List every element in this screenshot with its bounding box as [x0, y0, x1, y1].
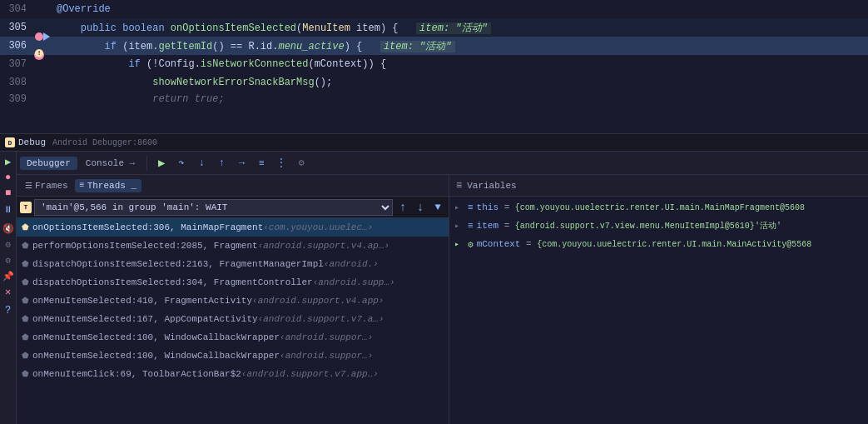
more-button[interactable]: ⋮: [272, 154, 290, 172]
mute-icon[interactable]: 🔇: [2, 222, 15, 235]
stack-frame-2[interactable]: ⬟ dispatchOptionsItemSelected:2163, Frag…: [17, 255, 449, 273]
code-line-306: 306 ✗ ! if (item.getItemId() == R.id.men…: [0, 37, 868, 55]
stack-frame-3[interactable]: ⬟ dispatchOptionsItemSelected:304, Fragm…: [17, 273, 449, 292]
var-expand-mcontext[interactable]: ▸: [454, 239, 466, 249]
variables-list: ▸ ≡ this = {com.youyou.uuelectric.renter…: [449, 197, 868, 424]
var-item-item[interactable]: ▸ ≡ item = {android.support.v7.view.menu…: [449, 217, 868, 235]
thread-dropdown[interactable]: 'main'@5,566 in group 'main': WAIT: [34, 199, 393, 216]
debugger-tab[interactable]: Debugger: [20, 157, 77, 170]
frame-icon-0: ⬟: [22, 222, 29, 232]
threads-tab-label: Threads _: [87, 181, 136, 191]
pause-icon[interactable]: ⏸: [2, 202, 15, 216]
line-content-304: @Override: [50, 3, 868, 15]
thread-filter-btn[interactable]: ▼: [430, 200, 445, 215]
debug-panel: ▶ ● ■ ⏸ 🔇 ⚙ ⚙ 📌 ✕ ? Debugger Console → ▶…: [0, 152, 868, 424]
pin-icon[interactable]: 📌: [2, 269, 15, 282]
frame-icon-6: ⬟: [22, 332, 29, 342]
settings-icon[interactable]: ⚙: [2, 237, 15, 251]
toolbar-sep-1: [146, 156, 147, 171]
code-line-308: 308 showNetworkErrorSnackBarMsg();: [0, 73, 868, 92]
close-icon[interactable]: ✕: [2, 285, 15, 298]
run-to-cursor-button[interactable]: →: [232, 154, 250, 172]
var-expand-item[interactable]: ▸: [454, 221, 466, 231]
frame-method-3: dispatchOptionsItemSelected:304, Fragmen…: [32, 277, 313, 287]
play-icon[interactable]: ▶: [2, 155, 15, 168]
var-equals-mcontext: =: [526, 239, 537, 249]
thread-nav-up[interactable]: ↑: [395, 200, 410, 215]
frames-tab[interactable]: ☰ Frames: [20, 179, 73, 192]
frame-icon-5: ⬟: [22, 314, 29, 324]
stack-frame-4[interactable]: ⬟ onMenuItemSelected:410, FragmentActivi…: [17, 292, 449, 310]
stack-frame-1[interactable]: ⬟ performOptionsItemSelected:2085, Fragm…: [17, 237, 449, 255]
code-line-304: 304 @Override: [0, 0, 868, 18]
frame-icon-8: ⬟: [22, 369, 29, 379]
breakpoint-305: [35, 32, 43, 41]
debug-main-content: Debugger Console → ▶ ↷ ↓ ↑ → ≡ ⋮ ⚙: [17, 152, 868, 424]
threads-tab-icon: ≡: [80, 181, 85, 190]
stack-frame-5[interactable]: ⬟ onMenuItemSelected:167, AppCompatActiv…: [17, 310, 449, 328]
stack-frame-8[interactable]: ⬟ onMenuItemClick:69, ToolbarActionBar$2…: [17, 365, 449, 383]
gear2-icon[interactable]: ⚙: [2, 253, 15, 267]
frame-location-8: ‹android.support.v7.app…›: [241, 369, 379, 379]
variables-title: Variables: [467, 181, 516, 191]
evaluate-button[interactable]: ≡: [252, 154, 270, 172]
frame-icon-2: ⬟: [22, 259, 29, 269]
code-line-305: 305 public boolean onOptionsItemSelected…: [0, 18, 868, 37]
line-content-307: if (!Config.isNetworkConnected(mContext)…: [50, 58, 868, 70]
help-icon[interactable]: ?: [2, 304, 15, 317]
frame-location-6: ‹android.suppor…›: [280, 332, 373, 342]
var-name-item: item: [477, 221, 498, 231]
line-content-309: return true;: [50, 93, 868, 105]
frame-location-5: ‹android.support.v7.a…›: [258, 314, 384, 324]
stack-frame-7[interactable]: ⬟ onMenuItemSelected:100, WindowCallback…: [17, 347, 449, 365]
arrow-305: [43, 32, 50, 41]
threads-tab[interactable]: ≡ Threads _: [75, 179, 141, 192]
variables-header: ≡ Variables: [449, 175, 868, 197]
side-icon-bar: ▶ ● ■ ⏸ 🔇 ⚙ ⚙ 📌 ✕ ?: [0, 152, 17, 424]
var-icon-item: ≡: [468, 221, 474, 231]
warning-icon-306: !: [35, 49, 43, 57]
step-into-button[interactable]: ↓: [192, 154, 211, 172]
frame-method-5: onMenuItemSelected:167, AppCompatActivit…: [32, 314, 258, 324]
frame-method-1: performOptionsItemSelected:2085, Fragmen…: [32, 241, 258, 251]
line-number-305: 305: [0, 22, 33, 33]
frame-icon-4: ⬟: [22, 296, 29, 306]
stop-icon[interactable]: ■: [2, 187, 15, 200]
frame-method-2: dispatchOptionsItemSelected:2163, Fragme…: [32, 259, 324, 269]
line-number-306: 306: [0, 40, 33, 52]
var-item-this[interactable]: ▸ ≡ this = {com.youyou.uuelectric.renter…: [449, 198, 868, 217]
stack-frame-6[interactable]: ⬟ onMenuItemSelected:100, WindowCallback…: [17, 328, 449, 347]
line-number-308: 308: [0, 77, 33, 88]
stack-frame-0[interactable]: ⬟ onOptionsItemSelected:306, MainMapFrag…: [17, 218, 449, 237]
frame-icon-1: ⬟: [22, 241, 29, 251]
frame-method-8: onMenuItemClick:69, ToolbarActionBar$2: [32, 369, 241, 379]
step-over-button[interactable]: ↷: [172, 154, 191, 172]
step-out-button[interactable]: ↑: [212, 154, 231, 172]
debug-tab-label[interactable]: Debug: [18, 137, 46, 147]
var-expand-this[interactable]: ▸: [454, 202, 466, 212]
frame-method-7: onMenuItemSelected:100, WindowCallbackWr…: [32, 351, 280, 361]
thread-icon: T: [20, 202, 32, 213]
var-value-mcontext: {com.youyou.uuelectric.renter.UI.main.Ma…: [537, 240, 811, 249]
line-content-306: if (item.getItemId() == R.id.menu_active…: [50, 39, 868, 53]
line-number-307: 307: [0, 58, 33, 70]
settings-toolbar-button[interactable]: ⚙: [292, 154, 310, 172]
line-number-304: 304: [0, 3, 33, 15]
code-editor: 304 @Override 305 public boolean onOptio…: [0, 0, 868, 133]
frame-location-4: ‹android.support.v4.app›: [252, 296, 384, 306]
frame-method-6: onMenuItemSelected:100, WindowCallbackWr…: [32, 332, 280, 342]
record-icon[interactable]: ●: [2, 171, 15, 184]
variables-panel: ≡ Variables ▸ ≡ this = {com.youyou: [449, 175, 868, 424]
var-item-mcontext[interactable]: ▸ ⚙ mContext = {com.youyou.uuelectric.re…: [449, 235, 868, 253]
frame-location-3: ‹android.supp…›: [313, 277, 395, 287]
code-line-307: 307 if (!Config.isNetworkConnected(mCont…: [0, 55, 868, 73]
android-debugger-label: Android Debugger:8600: [52, 138, 157, 147]
var-icon-this: ≡: [468, 202, 474, 212]
debugger-toolbar: Debugger Console → ▶ ↷ ↓ ↑ → ≡ ⋮ ⚙: [17, 152, 868, 175]
resume-button[interactable]: ▶: [152, 154, 171, 172]
console-tab[interactable]: Console →: [79, 157, 141, 170]
frame-location-1: ‹android.support.v4.ap…›: [258, 241, 389, 251]
panels-container: ☰ Frames ≡ Threads _ T 'main'@5,566 in g…: [17, 175, 868, 424]
frame-method-4: onMenuItemSelected:410, FragmentActivity: [32, 296, 252, 306]
thread-nav-down[interactable]: ↓: [413, 200, 428, 215]
